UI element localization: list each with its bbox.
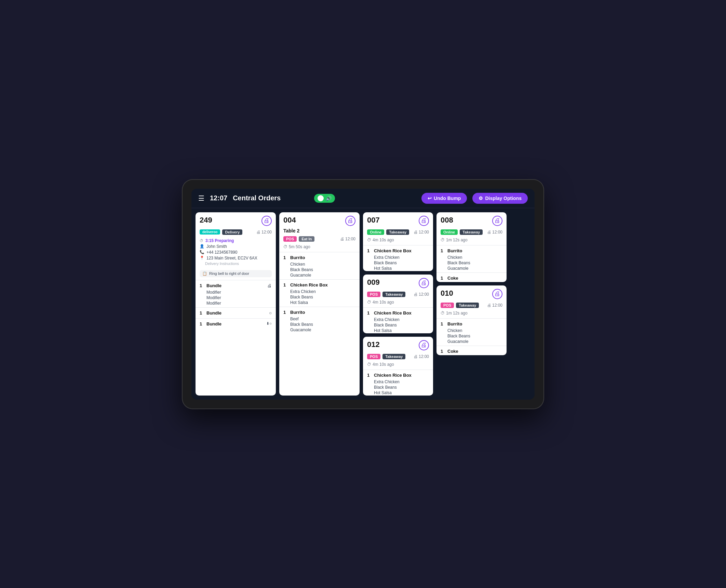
clock-time-010: 🖨 12:00 (487, 303, 502, 308)
mod-blackbeans3-004: Black Beans (279, 322, 360, 327)
item-coke-010: 1 Coke (436, 347, 507, 355)
order-card-004[interactable]: 004 🖨 Table 2 POS Eat In 🖨 12:00 ⏱5m 50s… (279, 212, 360, 396)
item-burrito2-004: 1 Burrito (279, 308, 360, 316)
screen: ☰ 12:07 Central Orders 🔊 ↩ Undo Bump ⚙ D… (191, 189, 535, 400)
display-options-button[interactable]: ⚙ Display Options (472, 193, 528, 204)
tag-delivery: Delivery (222, 229, 242, 235)
tag-pos-009: POS (367, 292, 380, 297)
gear-icon: ⚙ (479, 196, 483, 201)
mod-hotsalsa-004: Hot Salsa (279, 300, 360, 305)
item-coke-008: 1 Coke (436, 274, 507, 282)
tag-takeaway-008: Takeaway (460, 229, 483, 235)
item-burrito-010: 1 Burrito (436, 320, 507, 328)
mod-beef-004: Beef (279, 316, 360, 322)
order-number-008: 008 (441, 216, 453, 225)
tag-online-008: Online (441, 229, 458, 235)
print-button-008[interactable]: 🖨 (492, 216, 502, 226)
tags-row-004: POS Eat In 🖨 12:00 (279, 235, 360, 243)
clock-time-249: 🖨 12:00 (256, 230, 272, 235)
item-row-bundle-1: 1 Bundle 🖨 (196, 282, 276, 290)
device-frame: ☰ 12:07 Central Orders 🔊 ↩ Undo Bump ⚙ D… (182, 179, 544, 409)
modifier-1b: Modifier (196, 295, 276, 300)
tag-eat-in-004: Eat In (299, 236, 314, 242)
mod-extrachicken-012: Extra Chicken (363, 379, 433, 385)
orders-area: 249 🖨 deliveroo Delivery 🖨 12:00 ⏱3:15 P… (191, 208, 535, 400)
tags-row-012: POS Takeaway 🖨 12:00 (363, 352, 433, 361)
mod-blackbeans2-004: Black Beans (279, 294, 360, 300)
tags-row-010: POS Takeaway 🖨 12:00 (436, 301, 507, 309)
item-row-bundle-2: 1 Bundle ○ (196, 309, 276, 317)
order-card-249[interactable]: 249 🖨 deliveroo Delivery 🖨 12:00 ⏱3:15 P… (196, 212, 276, 396)
item-ricebox-004: 1 Chicken Rice Box (279, 281, 360, 289)
tags-row-008: Online Takeaway 🖨 12:00 (436, 228, 507, 236)
mod-blackbeans-008: Black Beans (436, 260, 507, 266)
tag-takeaway-009: Takeaway (382, 292, 405, 297)
tag-pos-004: POS (283, 236, 297, 242)
mod-blackbeans-010: Black Beans (436, 333, 507, 339)
tags-row-007: Online Takeaway 🖨 12:00 (363, 228, 433, 236)
clock-time-012: 🖨 12:00 (414, 354, 429, 359)
order-number-010: 010 (441, 289, 453, 298)
clock-time-008: 🖨 12:00 (487, 230, 502, 235)
tag-takeaway-007: Takeaway (386, 229, 409, 235)
print-button-010[interactable]: 🖨 (492, 289, 502, 299)
mod-hotsalsa-009: Hot Salsa (363, 328, 433, 333)
menu-icon[interactable]: ☰ (198, 194, 204, 202)
header-time: 12:07 (210, 194, 227, 202)
item-ricebox-009: 1 Chicken Rice Box (363, 309, 433, 317)
table-name-004: Table 2 (279, 228, 360, 235)
mod-guacamole-004: Guacamole (279, 272, 360, 278)
undo-icon: ↩ (428, 196, 432, 201)
order-card-008[interactable]: 008 🖨 Online Takeaway 🖨 12:00 ⏱1m 12s ag… (436, 212, 507, 282)
header-title: Central Orders (233, 194, 308, 202)
column-008-010: 008 🖨 Online Takeaway 🖨 12:00 ⏱1m 12s ag… (436, 212, 507, 396)
delivery-instructions-249: 📋Ring bell to right of door (200, 270, 272, 277)
order-card-012[interactable]: 012 🖨 POS Takeaway 🖨 12:00 ⏱4m 10s ago 1… (363, 337, 433, 396)
time-ago-004: ⏱5m 50s ago (279, 243, 360, 251)
order-number-249: 249 (200, 216, 212, 225)
column-007-009-012: 007 🖨 Online Takeaway 🖨 12:00 ⏱4m 10s ag… (363, 212, 433, 396)
print-button-012[interactable]: 🖨 (419, 340, 429, 350)
item-ricebox-012: 1 Chicken Rice Box (363, 371, 433, 379)
print-button-009[interactable]: 🖨 (419, 278, 429, 288)
mod-chicken-010: Chicken (436, 328, 507, 333)
modifier-1a: Modifier (196, 290, 276, 295)
tag-pos-010: POS (441, 303, 454, 308)
item-burrito-004: 1 Burrito (279, 254, 360, 262)
print-button-007[interactable]: 🖨 (419, 216, 429, 226)
mod-chicken-008: Chicken (436, 255, 507, 260)
order-number-004: 004 (283, 216, 296, 224)
tag-deliveroo: deliveroo (200, 229, 220, 235)
print-button-004[interactable]: 🖨 (345, 216, 355, 226)
print-button-249[interactable]: 🖨 (261, 216, 272, 226)
time-ago-009: ⏱4m 10s ago (363, 298, 433, 306)
tags-row-249: deliveroo Delivery 🖨 12:00 (196, 228, 276, 236)
audio-toggle[interactable]: 🔊 (314, 194, 335, 203)
order-card-009[interactable]: 009 🖨 POS Takeaway 🖨 12:00 ⏱4m 10s ago 1… (363, 275, 433, 333)
undo-bump-button[interactable]: ↩ Undo Bump (421, 193, 467, 204)
order-card-007[interactable]: 007 🖨 Online Takeaway 🖨 12:00 ⏱4m 10s ag… (363, 212, 433, 271)
mod-extrachicken-004: Extra Chicken (279, 289, 360, 294)
mod-guacamole2-004: Guacamole (279, 327, 360, 333)
clock-time-004: 🖨 12:00 (340, 237, 355, 241)
mod-blackbeans-009: Black Beans (363, 322, 433, 328)
order-number-009: 009 (367, 278, 380, 287)
toggle-circle (318, 195, 324, 201)
clock-time-009: 🖨 12:00 (414, 292, 429, 297)
time-ago-007: ⏱4m 10s ago (363, 236, 433, 244)
mod-hotsalsa-007: Hot Salsa (363, 266, 433, 271)
order-number-007: 007 (367, 216, 380, 225)
mod-chicken-004: Chicken (279, 262, 360, 267)
order-card-010[interactable]: 010 🖨 POS Takeaway 🖨 12:00 ⏱1m 12s ago 1… (436, 285, 507, 355)
order-number-012: 012 (367, 340, 380, 349)
sound-icon: 🔊 (326, 196, 332, 201)
mod-guacamole-008: Guacamole (436, 266, 507, 271)
tags-row-009: POS Takeaway 🖨 12:00 (363, 290, 433, 298)
item-ricebox-007: 1 Chicken Rice Box (363, 247, 433, 255)
header: ☰ 12:07 Central Orders 🔊 ↩ Undo Bump ⚙ D… (191, 189, 535, 208)
tag-pos-012: POS (367, 354, 380, 359)
time-ago-012: ⏱4m 10s ago (363, 361, 433, 368)
mod-extrachicken-009: Extra Chicken (363, 317, 433, 322)
item-row-bundle-3: 1 Bundle ⬇○ (196, 320, 276, 328)
time-ago-008: ⏱1m 12s ago (436, 236, 507, 244)
